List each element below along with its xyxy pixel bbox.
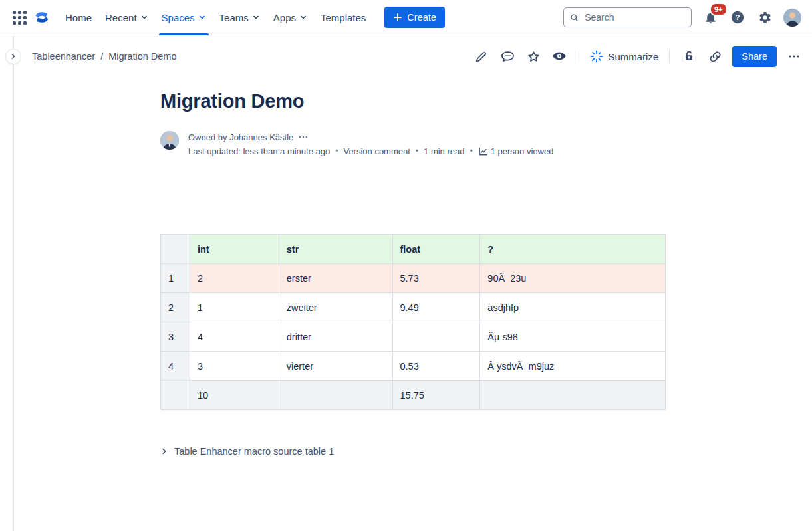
table-cell: dritter bbox=[279, 322, 392, 352]
table-cell: 2 bbox=[190, 264, 279, 293]
search-input[interactable] bbox=[583, 11, 685, 23]
owned-by[interactable]: Owned by Johannes Kästle bbox=[188, 131, 293, 144]
table-cell bbox=[392, 322, 480, 352]
row-number: 3 bbox=[161, 322, 190, 352]
app-switcher-icon[interactable] bbox=[8, 6, 31, 29]
link-icon bbox=[708, 49, 723, 64]
summarize-button[interactable]: Summarize bbox=[590, 50, 658, 63]
byline: Owned by Johannes Kästle ··· Last update… bbox=[160, 131, 666, 158]
nav-item-spaces[interactable]: Spaces bbox=[155, 0, 213, 35]
header-corner-cell bbox=[161, 235, 190, 264]
copy-link-button[interactable] bbox=[706, 48, 724, 65]
source-table-expander[interactable]: Table Enhancer macro source table 1 bbox=[160, 446, 666, 457]
share-button-label: Share bbox=[742, 51, 767, 62]
nav-item-label: Spaces bbox=[162, 12, 195, 23]
table-cell: 5.73 bbox=[392, 264, 480, 293]
table-cell: 10 bbox=[190, 381, 279, 410]
summarize-label: Summarize bbox=[608, 51, 658, 62]
table-cell: erster bbox=[279, 264, 392, 293]
comments-button[interactable] bbox=[499, 48, 516, 65]
user-avatar[interactable] bbox=[783, 9, 801, 27]
nav-item-templates[interactable]: Templates bbox=[314, 0, 372, 35]
table-header-row: intstrfloat? bbox=[161, 235, 666, 264]
chevron-down-icon bbox=[198, 13, 206, 21]
table-cell: zweiter bbox=[279, 293, 392, 322]
expand-sidebar-button[interactable] bbox=[5, 49, 21, 64]
table-cell: 90Ã 23u bbox=[480, 264, 666, 293]
gear-icon bbox=[758, 11, 772, 25]
read-time: 1 min read bbox=[424, 145, 464, 158]
page-actions: Summarize Share bbox=[473, 46, 803, 67]
share-button[interactable]: Share bbox=[732, 46, 777, 67]
unlock-icon bbox=[682, 49, 696, 64]
confluence-logo-icon[interactable] bbox=[31, 6, 53, 29]
question-circle-icon: ? bbox=[730, 10, 745, 25]
table-row: 21zweiter9.49asdjhfp bbox=[161, 293, 666, 322]
table-row: 12erster5.7390Ã 23u bbox=[161, 264, 666, 293]
row-number bbox=[161, 381, 190, 410]
table-row: 43vierter0.53Â ysdvÃ m9juz bbox=[161, 352, 666, 381]
sidebar-divider bbox=[13, 35, 14, 531]
chevron-down-icon bbox=[299, 13, 307, 21]
nav-item-apps[interactable]: Apps bbox=[267, 0, 314, 35]
table-cell: 1 bbox=[190, 293, 279, 322]
more-actions-button[interactable] bbox=[785, 48, 803, 65]
table-cell: 0.53 bbox=[392, 352, 480, 381]
table-row: 1015.75 bbox=[161, 381, 666, 410]
table-cell: asdjhfp bbox=[480, 293, 666, 322]
meta-separator: • bbox=[416, 145, 418, 158]
demo-table: intstrfloat? 12erster5.7390Ã 23u21zweite… bbox=[160, 234, 666, 410]
demo-table-body: 12erster5.7390Ã 23u21zweiter9.49asdjhfp3… bbox=[161, 264, 666, 410]
ellipsis-icon bbox=[787, 49, 801, 64]
table-cell bbox=[279, 381, 392, 410]
row-number: 2 bbox=[161, 293, 190, 322]
byline-more-icon[interactable]: ··· bbox=[299, 131, 309, 144]
column-header: ? bbox=[480, 235, 666, 264]
create-button-label: Create bbox=[407, 12, 436, 23]
row-number: 4 bbox=[161, 352, 190, 381]
search-icon bbox=[570, 13, 579, 23]
table-cell: 15.75 bbox=[392, 381, 480, 410]
nav-item-recent[interactable]: Recent bbox=[98, 0, 155, 35]
search-box[interactable] bbox=[563, 7, 692, 27]
restrictions-button[interactable] bbox=[680, 48, 698, 65]
table-cell: Â ysdvÃ m9juz bbox=[480, 352, 666, 381]
author-avatar[interactable] bbox=[160, 131, 179, 150]
breadcrumb-space-link[interactable]: Tableenhancer bbox=[32, 51, 95, 62]
expander-label: Table Enhancer macro source table 1 bbox=[174, 446, 334, 457]
top-navigation: Home Recent Spaces Teams Apps Templates … bbox=[0, 0, 812, 35]
notifications-button[interactable]: 9+ bbox=[702, 9, 719, 26]
settings-button[interactable] bbox=[756, 9, 773, 26]
help-button[interactable]: ? bbox=[729, 9, 746, 26]
meta-separator: • bbox=[335, 145, 338, 158]
edit-button[interactable] bbox=[473, 48, 490, 65]
nav-item-home[interactable]: Home bbox=[59, 0, 98, 35]
table-cell: 9.49 bbox=[392, 293, 480, 322]
table-cell bbox=[480, 381, 666, 410]
table-cell: vierter bbox=[279, 352, 392, 381]
analytics-icon bbox=[478, 147, 487, 156]
create-button[interactable]: Create bbox=[384, 7, 445, 28]
watch-button[interactable] bbox=[551, 48, 568, 65]
divider bbox=[579, 50, 579, 63]
column-header: int bbox=[190, 235, 279, 264]
star-button[interactable] bbox=[525, 48, 542, 65]
breadcrumb-separator: / bbox=[100, 51, 103, 62]
row-number: 1 bbox=[161, 264, 190, 293]
sparkle-icon bbox=[590, 50, 603, 63]
table-cell: 4 bbox=[190, 322, 279, 352]
breadcrumb-page-link[interactable]: Migration Demo bbox=[108, 51, 176, 62]
nav-item-teams[interactable]: Teams bbox=[213, 0, 267, 35]
column-header: float bbox=[392, 235, 480, 264]
nav-item-label: Recent bbox=[105, 12, 137, 23]
nav-item-label: Teams bbox=[219, 12, 249, 23]
comment-icon bbox=[500, 49, 515, 64]
breadcrumb: Tableenhancer / Migration Demo bbox=[32, 51, 177, 62]
notification-badge: 9+ bbox=[710, 3, 728, 16]
nav-item-label: Templates bbox=[321, 12, 366, 23]
views-analytics[interactable]: 1 person viewed bbox=[478, 145, 554, 158]
divider bbox=[669, 50, 670, 63]
version-comment[interactable]: Version comment bbox=[343, 145, 410, 158]
nav-item-label: Apps bbox=[273, 12, 296, 23]
column-header: str bbox=[279, 235, 392, 264]
